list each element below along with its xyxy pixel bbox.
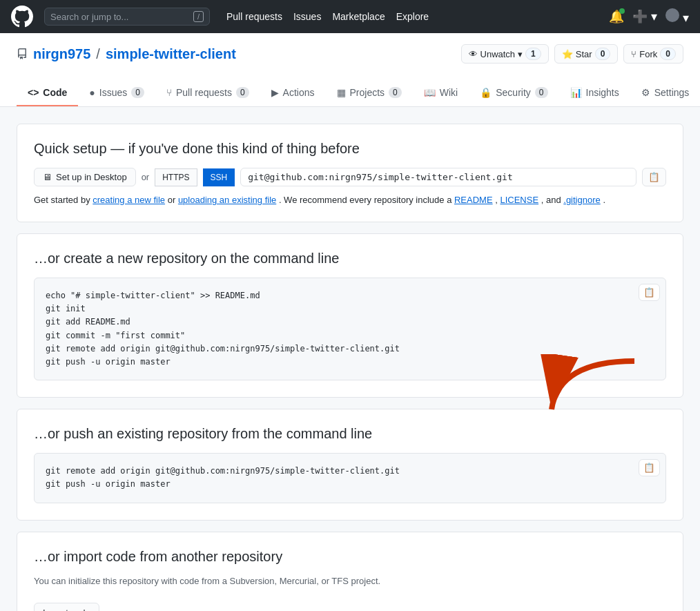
tab-wiki[interactable]: 📖 Wiki: [413, 80, 469, 106]
ssh-button[interactable]: SSH: [203, 168, 235, 186]
copy-icon-2: 📋: [643, 287, 655, 298]
tab-issues-label: Issues: [99, 87, 127, 98]
tab-insights-label: Insights: [586, 87, 619, 98]
repo-name-link[interactable]: simple-twitter-client: [106, 46, 236, 62]
fork-icon: ⑂: [631, 49, 636, 59]
copy-new-repo-button[interactable]: 📋: [639, 284, 660, 301]
projects-icon: ▦: [337, 87, 346, 98]
create-file-link[interactable]: creating a new file: [93, 195, 165, 205]
watch-count: 1: [525, 48, 541, 60]
copy-icon: 📋: [648, 172, 660, 182]
copy-icon-3: 📋: [643, 463, 655, 473]
avatar: [665, 8, 679, 22]
copy-url-button[interactable]: 📋: [642, 168, 666, 186]
push-repo-card: …or push an existing repository from the…: [17, 409, 683, 520]
pr-count: 0: [236, 87, 249, 98]
repo-tabs: <> Code ● Issues 0 ⑂ Pull requests 0 ▶ A…: [17, 80, 683, 106]
fork-label: Fork: [639, 49, 657, 59]
nav-right: 🔔 ➕ ▾ ▾: [609, 8, 689, 26]
quick-setup-description: Get started by creating a new file or up…: [34, 195, 666, 205]
top-navigation: / Pull requests Issues Marketplace Explo…: [0, 0, 700, 33]
security-count: 0: [535, 87, 548, 98]
tab-pull-requests[interactable]: ⑂ Pull requests 0: [155, 80, 260, 106]
push-repo-code-block: git remote add origin git@github.com:nir…: [34, 453, 666, 503]
tab-security-label: Security: [496, 87, 531, 98]
url-input[interactable]: [240, 168, 636, 186]
star-button[interactable]: ⭐ Star 0: [554, 44, 619, 64]
nav-explore[interactable]: Explore: [396, 11, 429, 22]
fork-button[interactable]: ⑂ Fork 0: [623, 44, 683, 64]
tab-settings[interactable]: ⚙ Settings: [630, 80, 700, 106]
star-label: Star: [576, 49, 592, 59]
new-repo-title: …or create a new repository on the comma…: [34, 251, 666, 266]
notification-dot: [619, 8, 625, 14]
watch-label: Unwatch: [480, 49, 516, 59]
quick-setup-title: Quick setup — if you've done this kind o…: [34, 141, 666, 157]
issues-count: 0: [131, 87, 144, 98]
tab-pr-label: Pull requests: [176, 87, 232, 98]
notifications-button[interactable]: 🔔: [609, 9, 624, 24]
slash-key: /: [193, 11, 204, 22]
upload-file-link[interactable]: uploading an existing file: [178, 195, 276, 205]
desktop-icon: 🖥: [43, 172, 52, 182]
tab-security[interactable]: 🔒 Security 0: [469, 80, 558, 106]
owner-link[interactable]: nirgn975: [33, 46, 90, 62]
tab-issues[interactable]: ● Issues 0: [78, 80, 155, 106]
user-menu-button[interactable]: ▾: [665, 8, 689, 26]
wiki-icon: 📖: [424, 87, 436, 98]
search-input[interactable]: [50, 12, 189, 22]
tab-actions-label: Actions: [283, 87, 315, 98]
setup-desktop-button[interactable]: 🖥 Set up in Desktop: [34, 168, 136, 186]
nav-issues[interactable]: Issues: [293, 11, 321, 22]
nav-links: Pull requests Issues Marketplace Explore: [226, 11, 429, 22]
breadcrumb: nirgn975 / simple-twitter-client: [17, 46, 236, 62]
repo-actions: 👁 Unwatch ▾ 1 ⭐ Star 0 ⑂ Fork 0: [461, 44, 683, 64]
readme-link[interactable]: README: [454, 195, 493, 205]
create-button[interactable]: ➕ ▾: [632, 9, 657, 24]
tab-actions[interactable]: ▶ Actions: [260, 80, 326, 106]
import-code-button[interactable]: Import code: [34, 603, 99, 612]
copy-push-repo-button[interactable]: 📋: [639, 459, 660, 476]
github-logo-icon[interactable]: [11, 6, 33, 28]
main-content: Quick setup — if you've done this kind o…: [0, 107, 700, 611]
repo-icon: [17, 48, 28, 59]
issues-icon: ●: [89, 87, 95, 98]
repo-header: nirgn975 / simple-twitter-client 👁 Unwat…: [0, 33, 700, 107]
code-icon: <>: [28, 87, 39, 98]
search-bar[interactable]: /: [44, 8, 210, 26]
insights-icon: 📊: [570, 87, 582, 98]
pr-icon: ⑂: [166, 87, 172, 98]
breadcrumb-separator: /: [96, 46, 100, 62]
nav-marketplace[interactable]: Marketplace: [332, 11, 385, 22]
nav-pull-requests[interactable]: Pull requests: [226, 11, 282, 22]
push-repo-code: git remote add origin git@github.com:nir…: [46, 465, 654, 491]
quick-setup-card: Quick setup — if you've done this kind o…: [17, 124, 683, 222]
security-icon: 🔒: [480, 87, 492, 98]
red-arrow: [517, 354, 641, 423]
https-button[interactable]: HTTPS: [155, 168, 197, 186]
tab-settings-label: Settings: [654, 87, 690, 98]
url-row: 🖥 Set up in Desktop or HTTPS SSH 📋: [34, 168, 666, 186]
fork-count: 0: [660, 48, 676, 60]
star-icon: ⭐: [562, 49, 573, 59]
import-repo-card: …or import code from another repository …: [17, 532, 683, 612]
desktop-label: Set up in Desktop: [56, 172, 127, 182]
actions-icon: ▶: [271, 87, 279, 98]
tab-projects[interactable]: ▦ Projects 0: [326, 80, 413, 106]
tab-insights[interactable]: 📊 Insights: [559, 80, 630, 106]
watch-dropdown-icon: ▾: [518, 49, 523, 59]
tab-projects-label: Projects: [350, 87, 385, 98]
star-count: 0: [595, 48, 611, 60]
tab-code-label: Code: [43, 87, 67, 98]
eye-icon: 👁: [469, 49, 478, 59]
projects-count: 0: [389, 87, 402, 98]
license-link[interactable]: LICENSE: [500, 195, 538, 205]
tab-code[interactable]: <> Code: [17, 80, 78, 106]
or-text: or: [142, 172, 150, 182]
watch-button[interactable]: 👁 Unwatch ▾ 1: [461, 44, 549, 64]
push-repo-title: …or push an existing repository from the…: [34, 426, 666, 442]
settings-icon: ⚙: [641, 87, 650, 98]
gitignore-link[interactable]: .gitignore: [563, 195, 600, 205]
tab-wiki-label: Wiki: [440, 87, 458, 98]
import-repo-title: …or import code from another repository: [34, 549, 666, 565]
